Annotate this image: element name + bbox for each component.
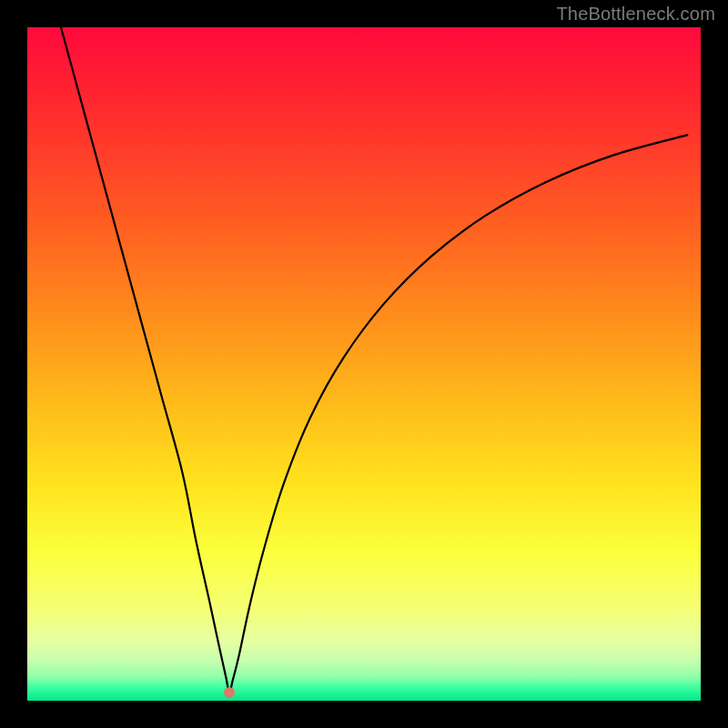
bottleneck-curve: [61, 27, 687, 693]
minimum-marker: [224, 687, 235, 698]
curve-layer: [27, 27, 701, 701]
plot-area: [27, 27, 701, 701]
watermark-text: TheBottleneck.com: [556, 4, 715, 25]
chart-frame: TheBottleneck.com: [0, 0, 728, 728]
